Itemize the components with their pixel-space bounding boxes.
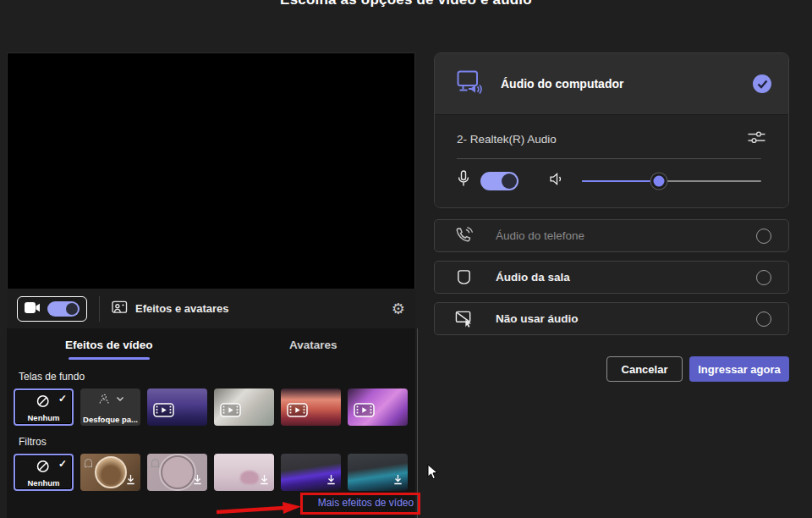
blur-icon-group xyxy=(97,393,124,405)
background-tile-purple-smoke[interactable] xyxy=(348,388,408,426)
room-audio-option[interactable]: Áudio da sala xyxy=(434,261,789,294)
filter-tile-warm-cat[interactable] xyxy=(80,454,140,491)
background-tile-pink-clouds[interactable] xyxy=(281,388,341,426)
filter-preview-circle xyxy=(161,455,195,489)
volume-slider-fill xyxy=(582,180,659,182)
mic-toggle[interactable] xyxy=(480,172,518,190)
effects-avatars-label[interactable]: Efeitos e avatares xyxy=(135,302,229,315)
check-icon: ✓ xyxy=(58,393,67,405)
computer-audio-label: Áudio do computador xyxy=(501,77,735,91)
effects-panel: Efeitos de vídeo Avatares Telas de fundo… xyxy=(7,328,415,518)
computer-audio-option[interactable]: Áudio do computador xyxy=(435,53,788,115)
none-icon xyxy=(36,394,49,411)
filter-tile-purple-wave[interactable] xyxy=(281,454,341,491)
filter-tile-teal-wave[interactable] xyxy=(348,454,408,491)
download-icon xyxy=(192,473,203,488)
blur-icon xyxy=(97,393,112,405)
video-panel: Efeitos e avatares ⚙ Efeitos de vídeo Av… xyxy=(7,52,415,518)
check-icon: ✓ xyxy=(58,458,67,470)
selected-check-icon xyxy=(753,74,771,93)
mic-icon xyxy=(458,170,469,191)
toggle-knob xyxy=(66,303,78,315)
filter-none-tile[interactable]: ✓ Nenhum xyxy=(14,454,74,491)
background-none-label: Nenhum xyxy=(15,413,72,422)
none-icon xyxy=(36,460,49,477)
phone-audio-option[interactable]: Áudio do telefone xyxy=(434,219,789,252)
volume-slider[interactable] xyxy=(582,180,761,182)
phone-audio-radio[interactable] xyxy=(756,229,771,244)
video-clip-icon xyxy=(354,403,375,421)
audio-panel: Áudio do computador 2- Realtek(R) Audio xyxy=(434,52,789,382)
cancel-button[interactable]: Cancelar xyxy=(606,356,683,382)
tab-video-effects[interactable]: Efeitos de vídeo xyxy=(7,328,211,361)
volume-slider-thumb[interactable] xyxy=(651,173,667,189)
camera-toolbar: Efeitos e avatares ⚙ xyxy=(7,289,415,328)
chevron-down-icon xyxy=(116,396,124,402)
video-clip-icon xyxy=(220,403,241,421)
camera-icon xyxy=(25,301,41,317)
no-audio-label: Não usar áudio xyxy=(496,312,756,325)
filter-tile-soft-ring[interactable] xyxy=(147,454,207,491)
annotation-highlight-box xyxy=(300,493,420,515)
filters-row: ✓ Nenhum xyxy=(14,454,415,491)
filter-tile-pale-pink[interactable] xyxy=(214,454,274,491)
video-clip-icon xyxy=(287,403,308,421)
equalizer-icon[interactable] xyxy=(747,130,766,149)
effects-avatars-icon xyxy=(112,300,128,317)
filters-section-label: Filtros xyxy=(19,436,415,448)
tab-avatars-label: Avatares xyxy=(289,339,337,351)
backgrounds-row: ✓ Nenhum Desfoque pa... xyxy=(14,388,415,426)
ghost-icon xyxy=(151,456,160,471)
camera-preview xyxy=(7,52,415,289)
background-blur-tile[interactable]: Desfoque pa... xyxy=(80,388,140,426)
phone-audio-icon xyxy=(453,226,475,245)
effects-tabs: Efeitos de vídeo Avatares xyxy=(7,328,415,361)
audio-device-name: 2- Realtek(R) Audio xyxy=(457,133,747,146)
tab-avatars[interactable]: Avatares xyxy=(211,328,416,361)
effects-scrollbar[interactable] xyxy=(417,328,418,518)
room-audio-radio[interactable] xyxy=(756,270,771,285)
download-icon xyxy=(259,473,270,488)
join-now-button[interactable]: Ingressar agora xyxy=(689,356,789,382)
phone-audio-label: Áudio do telefone xyxy=(496,229,756,242)
gear-icon[interactable]: ⚙ xyxy=(392,301,405,317)
computer-audio-body: 2- Realtek(R) Audio xyxy=(435,115,788,207)
computer-audio-icon xyxy=(457,70,483,97)
tab-video-effects-label: Efeitos de vídeo xyxy=(65,339,153,351)
ghost-icon xyxy=(84,456,93,471)
toggle-knob xyxy=(502,174,517,189)
speaker-icon xyxy=(549,172,563,190)
download-icon xyxy=(125,473,136,488)
annotation-arrow xyxy=(213,501,303,518)
room-audio-label: Áudio da sala xyxy=(496,271,756,284)
filter-preview-shape xyxy=(240,471,259,484)
no-audio-icon xyxy=(453,310,475,328)
download-icon xyxy=(326,473,337,488)
camera-toggle-group[interactable] xyxy=(17,296,87,322)
background-blur-label: Desfoque pa... xyxy=(80,415,140,424)
background-tile-white-clouds[interactable] xyxy=(214,388,274,426)
toolbar-divider xyxy=(99,296,100,322)
room-audio-icon xyxy=(453,269,475,286)
dialog-buttons: Cancelar Ingressar agora xyxy=(434,356,789,382)
background-none-tile[interactable]: ✓ Nenhum xyxy=(14,388,74,426)
filter-none-label: Nenhum xyxy=(15,478,72,488)
page-title: Escolha as opções de vídeo e áudio xyxy=(0,0,812,8)
backgrounds-section-label: Telas de fundo xyxy=(19,371,415,383)
active-tab-underline xyxy=(69,357,150,360)
computer-audio-card: Áudio do computador 2- Realtek(R) Audio xyxy=(434,52,789,208)
no-audio-option[interactable]: Não usar áudio xyxy=(434,302,789,335)
mouse-cursor xyxy=(427,464,439,484)
no-audio-radio[interactable] xyxy=(756,311,771,327)
background-tile-purple-mountains[interactable] xyxy=(147,388,207,426)
video-clip-icon xyxy=(153,403,174,421)
filter-preview-circle xyxy=(95,456,127,488)
camera-toggle[interactable] xyxy=(47,301,80,317)
download-icon xyxy=(392,473,403,488)
